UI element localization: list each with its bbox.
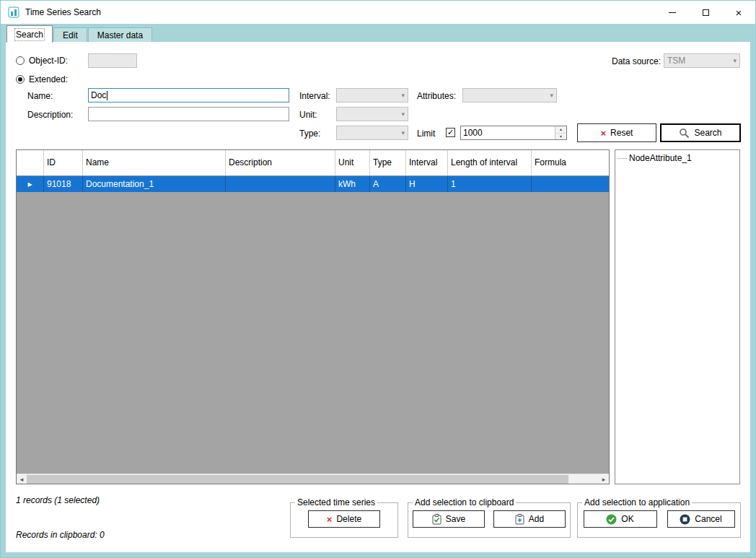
column-header-unit[interactable]: Unit	[335, 150, 370, 175]
red-x-icon: ×	[327, 515, 333, 524]
clipboard-check-icon	[432, 514, 441, 525]
cell-name: Documentation_1	[83, 176, 226, 192]
data-source-label: Data source:	[612, 56, 661, 66]
limit-input[interactable]	[461, 126, 555, 139]
column-header-type[interactable]: Type	[370, 150, 406, 175]
attributes-label: Attributes:	[417, 91, 456, 101]
app-window: Time Series Search × Search Edit Master …	[0, 0, 756, 558]
window-controls: ×	[656, 1, 755, 24]
cell-interval: H	[406, 176, 448, 192]
row-selector-cell: ▶	[17, 176, 44, 192]
type-label: Type:	[299, 128, 320, 139]
cell-description	[226, 176, 335, 192]
name-label: Name:	[27, 91, 53, 101]
column-header-formula[interactable]: Formula	[532, 150, 609, 175]
extended-radio[interactable]: Extended:	[16, 74, 68, 84]
add-button[interactable]: Add	[493, 510, 566, 528]
window-title: Time Series Search	[25, 7, 101, 17]
selected-time-series-group: Selected time series × Delete	[290, 497, 398, 538]
data-source-value: TSM	[667, 56, 685, 66]
chevron-down-icon: ▾	[401, 110, 405, 118]
limit-label: Limit	[417, 128, 435, 139]
application-group: Add selection to application OK	[577, 497, 741, 538]
column-header-description[interactable]: Description	[226, 150, 335, 175]
unit-select: ▾	[336, 107, 408, 121]
cancel-button[interactable]: Cancel	[667, 510, 735, 528]
cancel-button-label: Cancel	[695, 514, 721, 524]
spin-up-icon[interactable]: ▲	[555, 126, 566, 134]
column-header-length-of-interval[interactable]: Length of interval	[448, 150, 532, 175]
save-button-label: Save	[446, 514, 465, 524]
tabstrip: Search Edit Master data	[6, 24, 750, 42]
cell-formula	[532, 176, 609, 192]
radio-icon	[16, 56, 25, 65]
search-button[interactable]: Search	[660, 123, 741, 142]
type-select: ▾	[336, 126, 408, 140]
clipboard-group: Add selection to clipboard Save	[408, 497, 571, 538]
spin-down-icon[interactable]: ▼	[555, 134, 566, 140]
delete-button-label: Delete	[336, 514, 361, 524]
object-id-input	[88, 53, 137, 68]
column-header-interval[interactable]: Interval	[406, 150, 448, 175]
save-button[interactable]: Save	[413, 510, 485, 528]
tree-line-icon	[617, 158, 627, 159]
column-header-selector[interactable]	[17, 150, 44, 175]
search-tab-page: Object-ID: Data source: TSM ▾ Extended: …	[6, 42, 750, 552]
text-caret	[107, 91, 107, 100]
tree-item-nodeattribute[interactable]: NodeAttribute_1	[617, 153, 737, 163]
interval-select: ▾	[336, 88, 408, 103]
description-input[interactable]	[88, 107, 289, 121]
attributes-select: ▾	[462, 88, 557, 103]
chevron-down-icon: ▾	[401, 129, 405, 136]
limit-checkbox[interactable]: ✓	[446, 128, 455, 137]
column-header-name[interactable]: Name	[83, 150, 226, 175]
maximize-icon	[703, 9, 709, 16]
table-row[interactable]: ▶ 91018 Documentation_1 kWh A H 1	[17, 176, 609, 192]
scroll-right-icon[interactable]: ▸	[599, 474, 609, 484]
grid-header-row: ID Name Description Unit Type Interval L…	[17, 150, 609, 176]
close-icon: ×	[736, 7, 742, 18]
unit-label: Unit:	[299, 110, 317, 120]
delete-button[interactable]: × Delete	[308, 510, 380, 528]
red-x-icon: ×	[601, 128, 607, 138]
add-button-label: Add	[529, 514, 544, 524]
content-frame: Search Edit Master data Object-ID: Data …	[1, 24, 755, 557]
app-icon	[8, 6, 19, 18]
cell-id: 91018	[44, 176, 83, 192]
horizontal-scrollbar[interactable]: ◂ ▸	[17, 474, 609, 484]
data-source-select: TSM ▾	[664, 53, 740, 68]
name-input[interactable]: Doc	[88, 88, 289, 103]
description-label: Description:	[27, 110, 73, 120]
reset-button[interactable]: × Reset	[577, 123, 656, 142]
application-group-label: Add selection to application	[582, 497, 692, 507]
cell-unit: kWh	[335, 176, 370, 192]
selected-group-label: Selected time series	[295, 497, 377, 507]
maximize-button[interactable]	[689, 1, 722, 24]
scroll-left-icon[interactable]: ◂	[17, 474, 27, 484]
results-grid: ID Name Description Unit Type Interval L…	[16, 149, 610, 484]
chevron-down-icon: ▾	[401, 92, 405, 99]
interval-label: Interval:	[299, 91, 330, 101]
object-id-radio[interactable]: Object-ID:	[16, 56, 68, 66]
tab-search[interactable]: Search	[6, 25, 53, 43]
extended-radio-label: Extended:	[29, 74, 68, 84]
tab-edit[interactable]: Edit	[53, 27, 87, 42]
reset-button-label: Reset	[610, 128, 633, 138]
ok-button[interactable]: OK	[584, 510, 657, 528]
attribute-tree-panel: NodeAttribute_1	[615, 149, 740, 484]
column-header-id[interactable]: ID	[44, 150, 83, 175]
chevron-down-icon: ▾	[733, 57, 737, 64]
spinner-buttons: ▲ ▼	[555, 126, 566, 139]
ok-check-icon	[606, 514, 617, 525]
titlebar: Time Series Search ×	[1, 1, 755, 24]
radio-selected-icon	[16, 75, 25, 84]
clipboard-status: Records in clipboard: 0	[16, 530, 105, 540]
tree-item-label: NodeAttribute_1	[629, 153, 692, 163]
minimize-button[interactable]	[656, 1, 689, 24]
clipboard-add-icon	[515, 514, 524, 525]
tab-master-data[interactable]: Master data	[88, 27, 152, 42]
scrollbar-thumb[interactable]	[27, 475, 568, 484]
records-status: 1 records (1 selected)	[16, 495, 100, 505]
chevron-down-icon: ▾	[550, 92, 553, 99]
close-button[interactable]: ×	[722, 1, 755, 24]
